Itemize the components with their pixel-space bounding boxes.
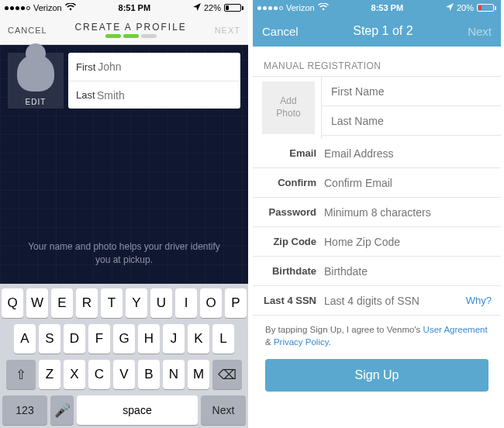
zip-input[interactable]	[324, 236, 492, 248]
key-b[interactable]: B	[138, 360, 160, 389]
progress-indicator-icon	[105, 34, 157, 38]
key-t[interactable]: T	[101, 288, 123, 318]
key-y[interactable]: Y	[126, 288, 147, 318]
ssn-input[interactable]	[324, 295, 466, 307]
last-name-label: Last	[76, 89, 97, 101]
key-n[interactable]: N	[163, 360, 185, 389]
space-key[interactable]: space	[77, 395, 198, 425]
terms-mid: &	[265, 337, 274, 347]
key-g[interactable]: G	[113, 324, 135, 354]
battery-icon	[224, 4, 243, 12]
password-input[interactable]	[324, 206, 492, 219]
why-link[interactable]: Why?	[466, 295, 492, 306]
user-agreement-link[interactable]: User Agreement	[423, 325, 488, 334]
uber-create-profile-screen: Verizon 8:51 PM 22% CANCEL CREATE A PROF…	[0, 0, 248, 428]
add-photo-button[interactable]: Add Photo	[262, 81, 315, 134]
nav-bar: CANCEL CREATE A PROFILE NEXT	[0, 16, 248, 45]
key-j[interactable]: J	[163, 324, 185, 354]
shift-key[interactable]: ⇧	[6, 360, 36, 389]
battery-icon	[477, 4, 496, 12]
mic-key[interactable]: 🎤	[50, 395, 74, 425]
signal-dots-icon	[5, 6, 30, 10]
terms-post: .	[329, 337, 331, 347]
email-input[interactable]	[324, 147, 492, 160]
clock: 8:51 PM	[119, 3, 151, 12]
password-label: Password	[253, 206, 324, 218]
battery-percent: 20%	[457, 3, 474, 12]
keyboard-next-key[interactable]: Next	[201, 395, 246, 425]
next-button[interactable]: Next	[468, 25, 492, 38]
confirm-email-input[interactable]	[324, 177, 492, 189]
key-h[interactable]: H	[138, 324, 160, 354]
last-name-input[interactable]	[97, 89, 233, 102]
key-x[interactable]: X	[64, 360, 85, 389]
cancel-button[interactable]: Cancel	[262, 25, 299, 38]
terms-text: By tapping Sign Up, I agree to Venmo's U…	[253, 316, 501, 356]
wifi-icon	[318, 3, 329, 12]
key-f[interactable]: F	[88, 324, 110, 354]
ssn-label: Last 4 SSN	[253, 295, 324, 306]
key-s[interactable]: S	[39, 324, 60, 354]
carrier-label: Verizon	[33, 3, 62, 12]
nav-title: Step 1 of 2	[353, 24, 413, 38]
zip-label: Zip Code	[253, 236, 324, 247]
location-icon	[193, 3, 201, 12]
terms-pre: By tapping Sign Up, I agree to Venmo's	[265, 325, 423, 334]
cancel-button[interactable]: CANCEL	[8, 26, 47, 35]
edit-photo-label: EDIT	[26, 96, 47, 109]
nav-title: CREATE A PROFILE	[74, 22, 186, 33]
key-c[interactable]: C	[88, 360, 110, 389]
key-z[interactable]: Z	[39, 360, 60, 389]
delete-key[interactable]: ⌫	[212, 360, 242, 389]
numbers-key[interactable]: 123	[2, 395, 47, 425]
wifi-icon	[65, 3, 76, 12]
key-a[interactable]: A	[14, 324, 36, 354]
key-w[interactable]: W	[26, 288, 48, 318]
clock: 8:53 PM	[371, 3, 404, 12]
status-bar: Verizon 8:53 PM 20%	[253, 0, 501, 16]
helper-text: Your name and photo helps your driver id…	[23, 240, 225, 267]
location-icon	[446, 3, 454, 12]
birthdate-input[interactable]	[324, 265, 492, 278]
key-p[interactable]: P	[225, 288, 247, 318]
privacy-policy-link[interactable]: Privacy Policy	[274, 337, 329, 347]
name-form: First Last	[68, 53, 240, 109]
key-r[interactable]: R	[76, 288, 98, 318]
last-name-input[interactable]	[331, 115, 492, 127]
carrier-label: Verizon	[286, 3, 315, 12]
battery-percent: 22%	[204, 3, 221, 12]
sign-up-button[interactable]: Sign Up	[265, 359, 488, 392]
first-name-label: First	[76, 61, 95, 73]
ios-keyboard: QWERTYUIOP ASDFGHJKL ⇧ ZXCVBNM ⌫ 123 🎤 s…	[0, 284, 248, 428]
profile-photo-button[interactable]: EDIT	[8, 53, 64, 109]
key-k[interactable]: K	[188, 324, 209, 354]
key-i[interactable]: I	[175, 288, 197, 318]
section-header: MANUAL REGISTRATION	[253, 60, 501, 76]
first-name-input[interactable]	[98, 60, 233, 73]
key-v[interactable]: V	[113, 360, 135, 389]
status-bar: Verizon 8:51 PM 22%	[0, 0, 248, 16]
next-button[interactable]: NEXT	[215, 26, 240, 35]
key-m[interactable]: M	[188, 360, 209, 389]
key-u[interactable]: U	[150, 288, 172, 318]
key-d[interactable]: D	[64, 324, 85, 354]
email-label: Email	[253, 147, 324, 159]
key-q[interactable]: Q	[2, 288, 23, 318]
confirm-email-label: Confirm	[253, 177, 324, 188]
form-area: MANUAL REGISTRATION Add Photo Email Co	[253, 47, 501, 401]
key-l[interactable]: L	[212, 324, 234, 354]
venmo-registration-screen: Verizon 8:53 PM 20% Cancel Step 1 of 2 N…	[253, 0, 501, 428]
nav-bar: Cancel Step 1 of 2 Next	[253, 16, 501, 47]
key-e[interactable]: E	[51, 288, 73, 318]
form-area: EDIT First Last Your name and photo help…	[0, 45, 248, 284]
key-o[interactable]: O	[200, 288, 222, 318]
signal-dots-icon	[257, 6, 283, 10]
avatar-placeholder-icon	[17, 54, 54, 91]
first-name-input[interactable]	[331, 85, 492, 98]
birthdate-label: Birthdate	[253, 265, 324, 277]
